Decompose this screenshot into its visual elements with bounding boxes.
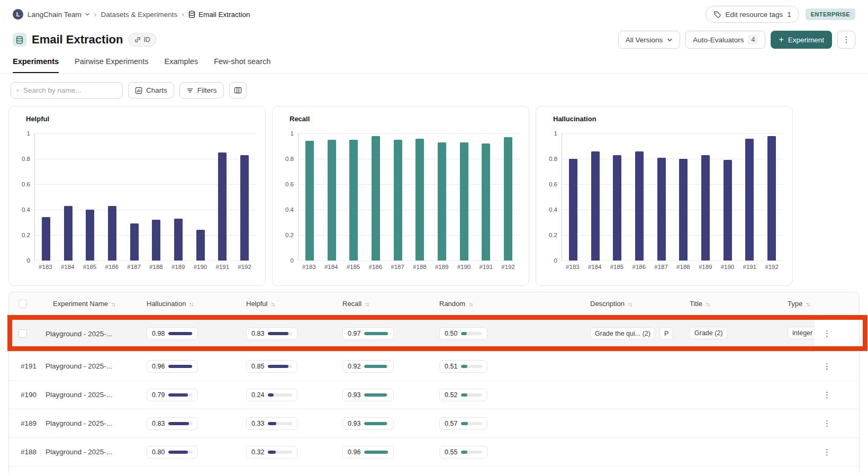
copy-id-button[interactable]: ID xyxy=(128,33,157,47)
x-tick-label: #186 xyxy=(628,264,650,270)
metric-progress-track xyxy=(168,393,193,397)
chart-bar[interactable] xyxy=(657,158,666,261)
sort-icon[interactable]: ↑↓ xyxy=(111,301,115,307)
tab-experiments[interactable]: Experiments xyxy=(13,57,59,73)
chart-bar[interactable] xyxy=(196,230,205,261)
search-input[interactable] xyxy=(23,86,117,94)
chart-bar[interactable] xyxy=(152,220,160,261)
chart-bar[interactable] xyxy=(305,141,314,261)
breadcrumb-team[interactable]: LangChain Team xyxy=(28,11,90,19)
experiment-name-cell[interactable]: Playground - 2025-... xyxy=(46,330,139,338)
row-kebab-icon[interactable]: ⋮ xyxy=(820,388,834,402)
row-kebab-icon[interactable]: ⋮ xyxy=(820,417,834,430)
metric-pill: 0.51 xyxy=(439,360,487,373)
experiment-name-cell[interactable]: Playground - 2025-... xyxy=(46,362,139,370)
recall-cell: 0.97 xyxy=(335,327,432,340)
sort-icon[interactable]: ↑↓ xyxy=(365,301,368,307)
helpful-cell: 0.85 xyxy=(239,360,335,373)
chart-bar[interactable] xyxy=(349,140,358,261)
x-tick-label: #187 xyxy=(386,264,409,270)
chart-bar[interactable] xyxy=(460,142,468,261)
chart-bar[interactable] xyxy=(174,219,183,261)
chart-bar[interactable] xyxy=(372,136,380,261)
edit-resource-tags-button[interactable]: Edit resource tags 1 xyxy=(706,6,799,23)
table-row[interactable]: #190Playground - 2025-...0.790.240.930.5… xyxy=(9,380,859,409)
chart-bar[interactable] xyxy=(504,137,512,261)
row-kebab-icon[interactable]: ⋮ xyxy=(820,327,834,340)
sort-icon[interactable]: ↑↓ xyxy=(189,301,193,307)
chart-bar[interactable] xyxy=(328,140,336,261)
experiment-name-cell[interactable]: Playground - 2025-... xyxy=(46,419,139,427)
chart-bar[interactable] xyxy=(482,143,490,261)
chart-bar[interactable] xyxy=(724,160,732,261)
helpful-cell: 0.33 xyxy=(239,417,335,430)
column-header-label: Hallucination xyxy=(147,300,186,308)
chart-bar[interactable] xyxy=(394,140,402,261)
metric-pill: 0.32 xyxy=(246,446,297,459)
chart-x-axis: #183#184#185#186#187#188#189#190#191#192 xyxy=(34,264,256,270)
column-header-label: Experiment Name xyxy=(53,300,108,308)
link-icon xyxy=(134,37,141,43)
tab-few-shot-search[interactable]: Few-shot search xyxy=(214,57,270,73)
table-row[interactable]: #188Playground - 2025-...0.800.320.960.5… xyxy=(9,437,859,466)
sort-icon[interactable]: ↑↓ xyxy=(270,301,274,307)
chart-bar[interactable] xyxy=(569,159,577,261)
search-box[interactable] xyxy=(11,82,123,98)
chart-bar[interactable] xyxy=(613,155,621,261)
x-tick-label: #190 xyxy=(453,264,475,270)
chart-bar[interactable] xyxy=(218,152,227,261)
experiment-name-cell[interactable]: Playground - 2025-... xyxy=(46,391,139,399)
page-more-actions-button[interactable]: ⋮ xyxy=(837,31,855,49)
column-header-recall: Recall↑↓ xyxy=(335,300,432,308)
chart-bar[interactable] xyxy=(679,159,688,261)
tab-pairwise-experiments[interactable]: Pairwise Experiments xyxy=(75,57,148,73)
row-kebab-icon[interactable]: ⋮ xyxy=(820,360,834,373)
table-row[interactable]: #189Playground - 2025-...0.830.330.930.5… xyxy=(9,409,859,437)
metric-pill: 0.24 xyxy=(246,389,297,401)
table-row[interactable]: Playground - 2025-...0.980.830.970.50Gra… xyxy=(9,316,859,352)
new-experiment-button[interactable]: + Experiment xyxy=(771,31,832,49)
metric-value: 0.55 xyxy=(445,448,457,456)
table-row[interactable]: #191Playground - 2025-...0.960.850.920.5… xyxy=(9,352,859,380)
auto-evaluators-button[interactable]: Auto-Evaluators 4 xyxy=(685,31,765,49)
tab-examples[interactable]: Examples xyxy=(164,57,198,73)
sort-icon[interactable]: ↑↓ xyxy=(806,301,809,307)
recall-cell: 0.93 xyxy=(335,417,432,430)
chart-bar[interactable] xyxy=(635,151,644,261)
chart-bar[interactable] xyxy=(438,142,446,261)
chart-bar[interactable] xyxy=(701,155,710,261)
charts-button[interactable]: Charts xyxy=(128,82,174,98)
chart-bar[interactable] xyxy=(64,206,73,261)
columns-button[interactable] xyxy=(229,82,247,98)
sort-icon[interactable]: ↑↓ xyxy=(628,301,631,307)
breadcrumb-section[interactable]: Datasets & Experiments xyxy=(101,11,178,19)
row-number-cell: #191 xyxy=(9,362,46,370)
all-versions-dropdown[interactable]: All Versions xyxy=(618,31,681,49)
metric-value: 0.50 xyxy=(445,330,457,337)
filter-icon xyxy=(186,87,194,94)
row-checkbox[interactable] xyxy=(19,329,27,338)
chart-bar[interactable] xyxy=(591,151,600,261)
description-pills: Grade the qui... (2)P xyxy=(590,327,682,340)
x-tick-label: #192 xyxy=(497,264,519,270)
chart-bar[interactable] xyxy=(767,136,776,261)
chart-bar[interactable] xyxy=(240,155,249,261)
chart-bar[interactable] xyxy=(415,139,424,261)
y-tick-label: 0.8 xyxy=(285,156,294,162)
chart-bar[interactable] xyxy=(42,217,50,261)
filters-button[interactable]: Filters xyxy=(179,82,224,98)
description-cell: Grade the qui... (2)P xyxy=(583,327,682,340)
row-kebab-icon[interactable]: ⋮ xyxy=(820,445,834,459)
sort-icon[interactable]: ↑↓ xyxy=(468,301,472,307)
chart-bar[interactable] xyxy=(86,210,94,261)
chart-bar[interactable] xyxy=(745,139,754,261)
breadcrumb-current[interactable]: Email Extraction xyxy=(188,11,250,19)
sort-icon[interactable]: ↑↓ xyxy=(706,301,709,307)
chart-bar[interactable] xyxy=(130,223,139,261)
experiment-name-cell[interactable]: Playground - 2025-... xyxy=(46,448,139,456)
select-all-checkbox[interactable] xyxy=(19,300,27,308)
chart-bar[interactable] xyxy=(108,206,116,261)
dataset-icon-box xyxy=(13,33,26,47)
chevron-down-icon xyxy=(85,12,90,17)
metric-progress-fill xyxy=(364,365,386,368)
